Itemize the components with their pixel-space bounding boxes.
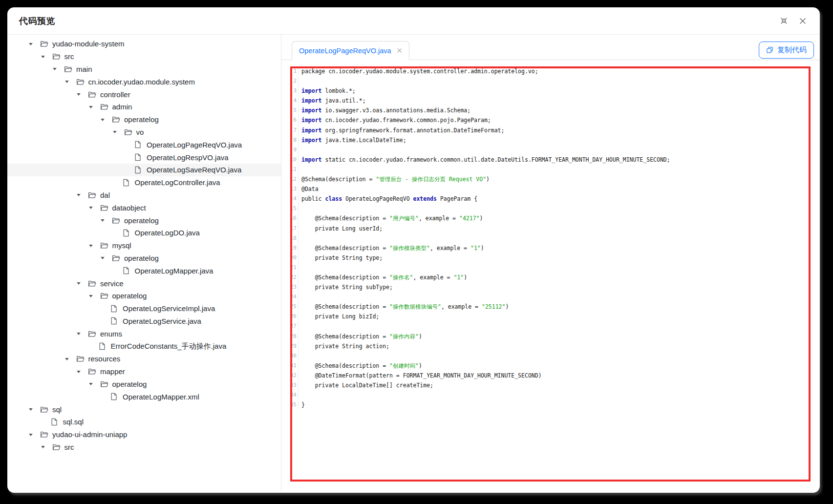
code-token: @Schema(description = — [301, 215, 389, 222]
tree-item[interactable]: yudao-module-system — [7, 38, 281, 50]
tree-item-label: dataobject — [112, 204, 146, 212]
caret-down-icon[interactable] — [99, 218, 112, 223]
tree-item[interactable]: mapper — [7, 365, 281, 378]
tree-item[interactable]: OperateLogMapper.java — [7, 264, 281, 277]
line-number: 1 — [281, 66, 299, 76]
caret-down-icon[interactable] — [51, 66, 64, 71]
code-line-text — [299, 321, 301, 331]
caret-down-icon[interactable] — [75, 331, 88, 336]
tree-item[interactable]: resources — [7, 353, 281, 365]
tree-item[interactable]: src — [7, 441, 281, 454]
folder-icon — [100, 242, 108, 249]
tree-item[interactable]: ErrorCodeConstants_手动操作.java — [7, 340, 281, 353]
tree-item[interactable]: yudao-ui-admin-uniapp — [7, 428, 281, 441]
caret-down-icon[interactable] — [87, 205, 100, 210]
line-number: 23 — [281, 282, 299, 292]
tab-bar: OperateLogPageReqVO.java 复制代码 — [281, 35, 820, 60]
code-line-text: import lombok.*; — [299, 86, 356, 96]
tree-item[interactable]: dataobject — [7, 201, 281, 214]
code-token: @DateTimeFormat(pattern = FORMAT_YEAR_MO… — [301, 372, 542, 379]
code-line-text: import static cn.iocoder.yudao.framework… — [299, 155, 670, 165]
tree-item[interactable]: OperateLogPageReqVO.java — [7, 138, 281, 151]
copy-code-label: 复制代码 — [777, 45, 807, 55]
caret-down-icon[interactable] — [87, 243, 100, 248]
tree-item[interactable]: OperateLogRespVO.java — [7, 151, 281, 164]
code-line: 4import java.util.*; — [281, 96, 820, 105]
tree-item-label: OperateLogServiceImpl.java — [123, 304, 215, 313]
copy-code-button[interactable]: 复制代码 — [759, 42, 814, 59]
code-line: 17 private Long userId; — [281, 224, 820, 233]
tree-item[interactable]: OperateLogServiceImpl.java — [7, 302, 281, 315]
code-line-text — [299, 233, 301, 243]
folder-icon — [40, 406, 48, 413]
caret-down-icon[interactable] — [63, 79, 76, 84]
folder-icon — [100, 103, 108, 110]
caret-down-icon[interactable] — [87, 381, 100, 386]
tree-item[interactable]: OperateLogMapper.xml — [7, 390, 281, 403]
tree-item[interactable]: controller — [7, 88, 281, 101]
caret-down-icon[interactable] — [111, 129, 124, 134]
file-icon — [134, 141, 143, 148]
code-line-text — [299, 165, 301, 174]
caret-down-icon[interactable] — [87, 105, 100, 109]
tree-item-label: OperateLogMapper.xml — [123, 393, 199, 401]
folder-icon — [88, 368, 96, 375]
tree-item[interactable]: OperateLogSaveReqVO.java — [7, 164, 281, 176]
tree-item[interactable]: sql.sql — [7, 416, 281, 428]
code-token: , example = — [419, 215, 459, 222]
caret-down-icon[interactable] — [27, 42, 40, 46]
caret-down-icon[interactable] — [27, 407, 40, 412]
code-line: 7import org.springframework.format.annot… — [281, 126, 820, 135]
keyword-token: class — [325, 195, 342, 202]
tree-item[interactable]: OperateLogDO.java — [7, 227, 281, 239]
tree-item[interactable]: sql — [7, 403, 281, 416]
tab-close-icon[interactable] — [397, 48, 402, 53]
tree-item[interactable]: operatelog — [7, 378, 281, 391]
tree-item[interactable]: operatelog — [7, 252, 281, 265]
tree-item[interactable]: mysql — [7, 239, 281, 252]
tree-item-label: sql — [52, 405, 62, 414]
tree-item-label: mapper — [100, 367, 125, 376]
caret-down-icon[interactable] — [99, 117, 112, 122]
tree-item[interactable]: enums — [7, 327, 281, 340]
caret-down-icon[interactable] — [39, 444, 52, 449]
code-line-text: import java.time.LocalDateTime; — [299, 135, 406, 145]
code-line-text: @Schema(description = "管理后台 - 操作日志分页 Req… — [299, 174, 490, 184]
tree-item[interactable]: admin — [7, 101, 281, 113]
tree-item[interactable]: src — [7, 50, 281, 63]
tree-item[interactable]: main — [7, 63, 281, 76]
string-token: "操作内容" — [389, 333, 419, 340]
caret-down-icon[interactable] — [99, 255, 112, 260]
folder-icon — [64, 65, 72, 73]
tree-item[interactable]: service — [7, 277, 281, 290]
tree-item[interactable]: dal — [7, 189, 281, 202]
tree-item[interactable]: vo — [7, 126, 281, 139]
caret-down-icon[interactable] — [75, 281, 88, 286]
caret-down-icon[interactable] — [87, 294, 100, 298]
code-token: @Schema(description = — [301, 303, 389, 310]
tree-item[interactable]: operatelog — [7, 113, 281, 126]
tree-item-label: yudao-ui-admin-uniapp — [52, 430, 127, 439]
caret-down-icon[interactable] — [75, 192, 88, 197]
tree-item[interactable]: OperateLogController.java — [7, 176, 281, 189]
tree-item-label: service — [100, 279, 124, 288]
caret-down-icon[interactable] — [27, 432, 40, 437]
caret-down-icon[interactable] — [63, 357, 76, 361]
tree-item-label: OperateLogMapper.java — [135, 267, 214, 275]
tree-item[interactable]: cn.iocoder.yudao.module.system — [7, 75, 281, 88]
code-line: 15 — [281, 204, 820, 213]
tree-item[interactable]: operatelog — [7, 290, 281, 302]
caret-down-icon[interactable] — [39, 54, 52, 59]
tree-item[interactable]: OperateLogService.java — [7, 315, 281, 328]
tree-item-label: OperateLogService.java — [123, 317, 201, 325]
tree-item[interactable]: operatelog — [7, 214, 281, 227]
code-token: public — [301, 195, 325, 202]
line-number: 28 — [281, 332, 299, 341]
caret-down-icon[interactable] — [75, 92, 88, 97]
compress-icon[interactable] — [777, 15, 790, 27]
tab-operatelogpagereqvo[interactable]: OperateLogPageReqVO.java — [292, 41, 409, 60]
caret-down-icon[interactable] — [75, 369, 88, 374]
tree-item-label: vo — [136, 128, 144, 136]
close-icon[interactable] — [796, 15, 809, 27]
string-token: "操作数据模块编号" — [389, 303, 441, 310]
